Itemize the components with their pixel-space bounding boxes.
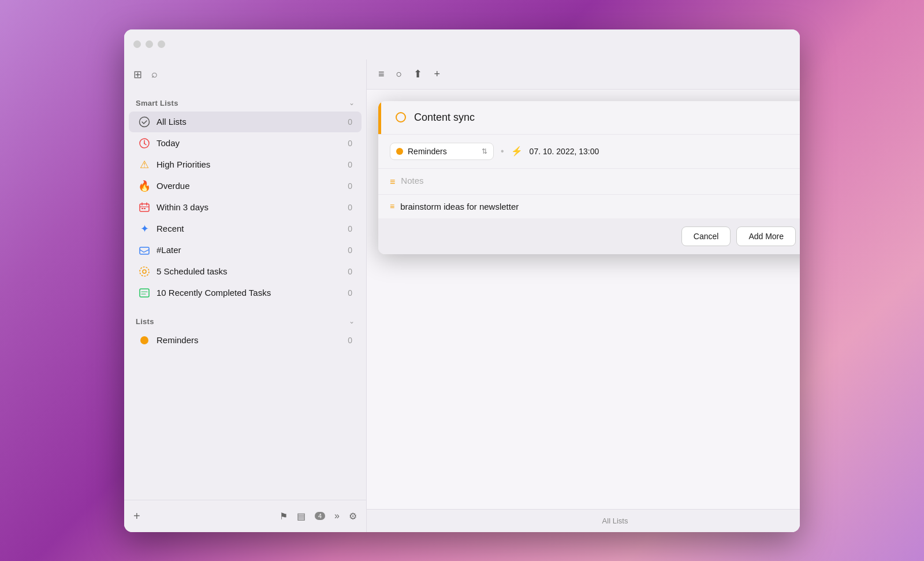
reminders-dot-icon <box>138 334 151 347</box>
task-details-row: Reminders ⇅ • ⚡ 07. 10. 2022, 13:00 🔇 ✕ <box>378 135 800 169</box>
sidebar-item-reminders[interactable]: Reminders 0 <box>129 330 362 351</box>
sidebar-item-recent[interactable]: ✦ Recent 0 <box>129 218 362 239</box>
recent-label: Recent <box>157 224 337 233</box>
list-dot-icon <box>396 148 403 155</box>
scheduled-tasks-count: 0 <box>343 267 352 276</box>
sidebar-toggle-icon[interactable]: ⊞ <box>133 68 142 81</box>
task-color-bar <box>378 101 381 134</box>
within-3-days-count: 0 <box>343 203 352 212</box>
add-task-icon[interactable]: + <box>434 68 440 80</box>
recently-completed-label: 10 Recently Completed Tasks <box>157 288 337 298</box>
lists-label: Lists <box>136 317 154 326</box>
later-icon <box>138 244 151 257</box>
sidebar-item-scheduled-tasks[interactable]: 5 Scheduled tasks 0 <box>129 261 362 282</box>
svg-point-2 <box>144 143 145 144</box>
cancel-button[interactable]: Cancel <box>681 226 731 246</box>
today-count: 0 <box>343 139 352 148</box>
title-bar <box>124 29 800 60</box>
high-priorities-icon: ⚠ <box>138 158 151 171</box>
sidebar-bottom-toolbar: + ⚑ ▤ 4 » ⚙ <box>124 500 366 532</box>
svg-point-7 <box>140 267 149 276</box>
sidebar-content: Smart Lists ⌄ All Lists 0 <box>124 90 366 500</box>
forward-icon[interactable]: » <box>334 511 340 521</box>
list-selector[interactable]: Reminders ⇅ <box>390 143 494 160</box>
add-more-button[interactable]: Add More <box>736 226 796 246</box>
task-title-row: Content sync <box>378 101 800 135</box>
today-icon <box>138 137 151 150</box>
svg-rect-3 <box>140 204 149 211</box>
high-priorities-label: High Priorities <box>157 159 337 169</box>
recent-count: 0 <box>343 224 352 233</box>
priority-icon[interactable]: ⚡ <box>511 146 523 157</box>
close-button[interactable] <box>133 40 141 48</box>
all-lists-count: 0 <box>343 117 352 127</box>
within-3-days-label: Within 3 days <box>157 202 337 212</box>
recently-completed-count: 0 <box>343 288 352 298</box>
subtask-row: ≡ brainstorm ideas for newsletter <box>378 195 800 218</box>
sidebar-item-overdue[interactable]: 🔥 Overdue 0 <box>129 176 362 196</box>
main-body: Content sync Reminders ⇅ • ⚡ 07. 10. 20 <box>367 90 800 509</box>
reminders-label: Reminders <box>157 335 337 345</box>
sidebar-item-today[interactable]: Today 0 <box>129 133 362 154</box>
overdue-icon: 🔥 <box>138 180 151 192</box>
svg-point-8 <box>143 270 146 273</box>
sidebar-item-recently-completed[interactable]: 10 Recently Completed Tasks 0 <box>129 283 362 303</box>
search-icon[interactable]: ⌕ <box>151 68 158 80</box>
svg-rect-4 <box>141 208 143 209</box>
modal-content: Content sync Reminders ⇅ • ⚡ 07. 10. 20 <box>378 101 800 218</box>
all-lists-label: All Lists <box>157 117 337 127</box>
overdue-count: 0 <box>343 181 352 191</box>
today-label: Today <box>157 138 337 148</box>
later-label: #Later <box>157 245 337 255</box>
recent-icon: ✦ <box>138 222 151 235</box>
high-priorities-count: 0 <box>343 160 352 169</box>
settings-icon[interactable]: ⚙ <box>349 511 357 522</box>
maximize-button[interactable] <box>158 40 165 48</box>
sidebar-item-within-3-days[interactable]: Within 3 days 0 <box>129 197 362 218</box>
main-panel: ≡ ○ ⬆ + Content sync <box>367 60 800 532</box>
note-icon[interactable]: ▤ <box>297 511 305 522</box>
smart-lists-chevron-icon[interactable]: ⌄ <box>349 99 355 107</box>
notes-icon: ≡ <box>390 177 395 187</box>
svg-rect-5 <box>144 208 146 209</box>
later-count: 0 <box>343 246 352 255</box>
lists-header: Lists ⌄ <box>124 313 366 329</box>
task-title[interactable]: Content sync <box>414 112 475 124</box>
smart-lists-label: Smart Lists <box>136 99 178 107</box>
task-date[interactable]: 07. 10. 2022, 13:00 <box>530 147 599 156</box>
main-content: ⊞ ⌕ Smart Lists ⌄ All L <box>124 60 800 532</box>
task-completion-circle[interactable] <box>396 112 406 122</box>
flag-icon[interactable]: ⚑ <box>280 511 288 522</box>
all-lists-icon <box>138 116 151 128</box>
svg-rect-9 <box>140 289 149 297</box>
notes-placeholder[interactable]: Notes <box>401 176 423 185</box>
footer-label: All Lists <box>602 517 628 525</box>
sidebar-item-high-priorities[interactable]: ⚠ High Priorities 0 <box>129 154 362 175</box>
footer-bar: All Lists <box>367 509 800 532</box>
modal-footer: Cancel Add More Add <box>378 218 800 254</box>
scheduled-tasks-label: 5 Scheduled tasks <box>157 266 337 276</box>
lists-chevron-icon[interactable]: ⌄ <box>349 317 355 325</box>
app-window: ⊞ ⌕ Smart Lists ⌄ All L <box>124 29 800 532</box>
traffic-lights <box>133 40 165 48</box>
task-detail-modal: Content sync Reminders ⇅ • ⚡ 07. 10. 20 <box>378 101 800 254</box>
sidebar-item-later[interactable]: #Later 0 <box>129 240 362 261</box>
sidebar-item-all-lists[interactable]: All Lists 0 <box>129 112 362 132</box>
subtask-text[interactable]: brainstorm ideas for newsletter <box>400 202 519 211</box>
svg-point-0 <box>140 117 150 127</box>
main-toolbar: ≡ ○ ⬆ + <box>367 60 800 90</box>
recently-completed-icon <box>138 287 151 299</box>
list-selector-label: Reminders <box>408 147 477 156</box>
overdue-label: Overdue <box>157 181 337 191</box>
notes-row: ≡ Notes <box>378 169 800 195</box>
reminders-count: 0 <box>343 336 352 345</box>
share-icon[interactable]: ⬆ <box>413 68 422 80</box>
badge-count: 4 <box>315 512 325 520</box>
sidebar-toolbar: ⊞ ⌕ <box>124 60 366 90</box>
circle-icon[interactable]: ○ <box>396 68 403 80</box>
add-list-button[interactable]: + <box>133 510 140 523</box>
menu-icon[interactable]: ≡ <box>378 68 385 80</box>
sidebar: ⊞ ⌕ Smart Lists ⌄ All L <box>124 60 367 532</box>
minimize-button[interactable] <box>146 40 153 48</box>
within-3-days-icon <box>138 201 151 214</box>
